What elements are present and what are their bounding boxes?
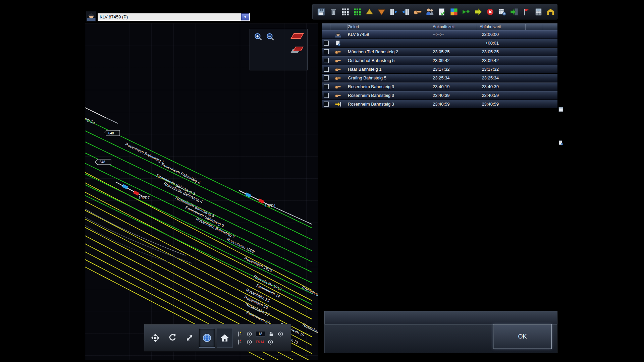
bottom-panel-top (324, 311, 557, 324)
ts-label: TS14 (256, 340, 264, 344)
row-checkbox[interactable] (324, 58, 329, 63)
target-button[interactable] (277, 331, 284, 337)
row-checkbox[interactable] (324, 102, 329, 107)
red-draw-tool-icon[interactable] (293, 47, 304, 51)
track-map[interactable]: steig 1aRosenheim Bahnsteig 1Rosenheim B… (85, 23, 318, 360)
cell-ankunft (429, 39, 476, 47)
calculator-icon[interactable] (534, 7, 543, 16)
dock-panel-icon[interactable] (558, 106, 564, 113)
table-row[interactable]: Rosenheim Bahnsteig 323:40:3923:40:59 (322, 91, 557, 100)
target-button[interactable] (267, 339, 274, 345)
cell-zielort: Grafing Bahnsteig 5 (348, 74, 429, 82)
table-row[interactable]: Rosenheim Bahnsteig 323:40:1923:40:39 (322, 82, 557, 91)
hand-icon (335, 57, 341, 64)
row-checkbox[interactable] (324, 49, 329, 54)
modules-icon[interactable] (449, 7, 459, 16)
track-lines (85, 23, 318, 360)
move-up-icon[interactable] (365, 7, 374, 16)
add-arrow-icon[interactable] (462, 7, 471, 16)
cell-ankunft: 23:40:39 (429, 91, 476, 100)
zoom-level-value: 18 (256, 331, 265, 337)
timetable-body: KLV 87459--:--:--23:06:00+00:01München T… (322, 30, 557, 109)
driver-avatar-icon (86, 11, 96, 21)
cell-zielort: Ostbahnhof Bahnsteig 5 (348, 56, 429, 65)
checklist-icon[interactable] (437, 7, 446, 16)
zoom-out-button[interactable] (266, 33, 275, 41)
cell-abfahrt: 23:40:39 (476, 82, 526, 91)
cell-ankunft: 23:40:59 (429, 100, 476, 108)
lock-icon[interactable] (268, 331, 274, 337)
header-ankunftszeit[interactable]: Ankunftszeit (429, 24, 476, 30)
row-checkbox[interactable] (324, 41, 329, 46)
move-button[interactable] (148, 328, 163, 347)
signal-yellow-icon (237, 331, 243, 337)
split-left-icon[interactable] (401, 7, 410, 16)
table-row[interactable]: Rosenheim Bahnsteig 323:40:5923:40:59 (322, 100, 557, 109)
app-window: KLV 87459 (P) ▼ steig 1aRosenheim Bahnst… (0, 0, 644, 362)
cell-zielort: Haar Bahnsteig 1 (348, 65, 429, 73)
rotate-button[interactable] (165, 328, 180, 347)
flag-icon[interactable] (522, 7, 531, 16)
table-row[interactable]: Haar Bahnsteig 123:17:3223:17:32 (322, 65, 557, 74)
dock-panel-icon[interactable] (558, 139, 564, 146)
cell-ankunft: 23:09:42 (429, 56, 476, 65)
signal-number: 648 (108, 131, 114, 135)
train-selector[interactable]: KLV 87459 (P) ▼ (98, 13, 250, 21)
passengers-icon[interactable] (425, 7, 434, 16)
remove-red-icon[interactable] (486, 7, 495, 16)
cell-abfahrt: 23:09:42 (476, 56, 526, 65)
table-row[interactable]: München Tief Bahnsteig 223:05:2523:05:25 (322, 48, 557, 56)
cell-zielort (348, 39, 429, 47)
exit-arrow-icon[interactable] (510, 7, 519, 16)
depot-icon[interactable] (546, 7, 555, 16)
map-zoom-panel (250, 29, 308, 70)
cell-abfahrt: 23:17:32 (476, 65, 526, 73)
home-button[interactable] (217, 328, 233, 348)
hand-icon[interactable] (413, 7, 422, 16)
cell-zielort: Rosenheim Bahnsteig 3 (348, 82, 429, 91)
ok-button[interactable]: OK (493, 324, 552, 349)
cell-abfahrt: 23:40:59 (476, 100, 526, 108)
cell-ankunft: 23:25:34 (429, 74, 476, 82)
save-icon[interactable] (317, 7, 326, 16)
train-selector-value: KLV 87459 (P) (98, 14, 241, 19)
grid-view-icon[interactable] (341, 7, 350, 16)
hand-icon (335, 83, 341, 90)
row-checkbox[interactable] (324, 67, 329, 72)
header-zielort[interactable]: Zielort (348, 24, 429, 30)
delete-icon[interactable] (329, 7, 338, 16)
hand-icon (335, 66, 341, 73)
cell-zielort: Rosenheim Bahnsteig 3 (348, 91, 429, 100)
cell-ankunft: 23:17:32 (429, 65, 476, 73)
dropdown-arrow-icon[interactable]: ▼ (241, 13, 249, 20)
row-checkbox[interactable] (324, 84, 329, 89)
header-spacer (543, 24, 557, 30)
cell-ankunft: --:--:-- (429, 30, 476, 39)
cell-zielort: Rosenheim Bahnsteig 3 (348, 100, 429, 108)
zoom-in-button[interactable] (254, 33, 263, 41)
table-settings-icon[interactable] (498, 7, 507, 16)
cell-abfahrt: 23:06:00 (476, 30, 526, 39)
table-row[interactable]: Grafing Bahnsteig 523:25:3423:25:34 (322, 74, 557, 82)
header-spacer (526, 24, 543, 30)
row-checkbox[interactable] (324, 75, 329, 80)
split-right-icon[interactable] (389, 7, 398, 16)
cell-abfahrt: 23:25:34 (476, 74, 526, 82)
transform-button[interactable] (182, 328, 197, 347)
move-down-icon[interactable] (377, 7, 386, 16)
red-area-tool-icon[interactable] (290, 33, 304, 39)
table-row[interactable]: +00:01 (322, 39, 557, 48)
cell-ankunft: 23:05:25 (429, 48, 476, 56)
target-button[interactable] (246, 331, 253, 337)
signal-number: 648 (100, 160, 105, 164)
cell-ankunft: 23:40:19 (429, 82, 476, 91)
forward-arrow-icon[interactable] (474, 7, 483, 16)
row-checkbox[interactable] (324, 93, 329, 98)
table-row[interactable]: KLV 87459--:--:--23:06:00 (322, 30, 557, 39)
grid-view-colored-icon[interactable] (353, 7, 362, 16)
cell-zielort: München Tief Bahnsteig 2 (348, 48, 429, 56)
target-button[interactable] (246, 339, 253, 345)
table-row[interactable]: Ostbahnhof Bahnsteig 523:09:4223:09:42 (322, 56, 557, 65)
header-abfahrtszeit[interactable]: Abfahrtszeit (476, 24, 526, 30)
globe-button[interactable] (199, 328, 215, 348)
